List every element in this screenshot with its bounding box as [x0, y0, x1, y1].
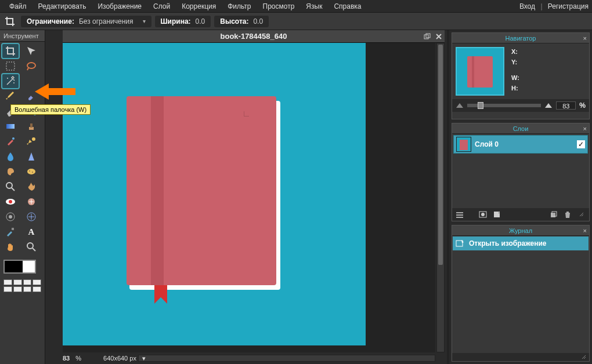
navigator-panel: Навигатор × X: Y: W: H: 83	[452, 32, 590, 119]
color-swatch[interactable]	[3, 260, 36, 274]
nav-w-label: W:	[511, 73, 519, 83]
tool-panel-title: Инструмент	[0, 30, 45, 42]
menu-help[interactable]: Справка	[328, 2, 367, 10]
crop-tool-icon	[2, 14, 17, 29]
blur-icon[interactable]	[2, 150, 19, 163]
window-restore-icon[interactable]	[424, 33, 431, 40]
move-icon[interactable]	[23, 44, 39, 58]
wand-tooltip: Волшебная палочка (W)	[10, 104, 91, 115]
svg-rect-20	[12, 228, 14, 230]
marquee-icon[interactable]	[2, 59, 19, 73]
delete-layer-icon[interactable]	[562, 209, 573, 220]
layer-style-icon[interactable]	[492, 209, 502, 220]
svg-point-22	[27, 243, 33, 249]
vertical-scrollbar[interactable]	[436, 43, 445, 352]
layer-mask-icon[interactable]	[478, 209, 488, 220]
smudge-icon[interactable]	[2, 165, 19, 179]
svg-rect-31	[551, 213, 555, 217]
spot-icon[interactable]	[23, 195, 39, 209]
menu-file[interactable]: Файл	[3, 2, 33, 10]
swatch-grid[interactable]	[3, 279, 41, 292]
gradient-icon[interactable]	[2, 119, 19, 133]
layer-name: Слой 0	[475, 140, 573, 148]
svg-point-10	[27, 169, 35, 174]
layers-title: Слои	[513, 125, 529, 132]
zoom-percent: 83	[63, 355, 70, 362]
new-layer-icon[interactable]	[548, 209, 559, 220]
window-close-icon[interactable]	[435, 33, 442, 40]
zoom-out-icon[interactable]	[456, 103, 464, 108]
svg-rect-27	[456, 217, 463, 218]
burn-icon[interactable]	[23, 180, 39, 194]
menu-view[interactable]: Просмотр	[257, 2, 301, 10]
nav-x-label: X:	[511, 47, 519, 57]
redeye-icon[interactable]	[2, 195, 19, 209]
dodge-icon[interactable]	[2, 180, 19, 194]
history-row[interactable]: Открыть изображение	[453, 236, 589, 250]
nav-y-label: Y:	[511, 57, 519, 68]
canvas-area: book-1784458_640 83 % 640x640 px	[45, 30, 447, 364]
history-close-icon[interactable]: ×	[583, 227, 587, 234]
lasso-icon[interactable]	[23, 59, 39, 73]
tool-grid: A	[0, 42, 45, 256]
constraint-value: Без ограничения	[79, 17, 133, 26]
height-field[interactable]: Высота: 0.0	[214, 16, 269, 27]
canvas[interactable]	[63, 43, 435, 352]
auth-separator: |	[537, 2, 546, 10]
layers-resize-icon[interactable]	[576, 209, 587, 220]
navigator-zoom-value[interactable]: 83	[556, 101, 576, 110]
login-link[interactable]: Вход	[519, 2, 535, 10]
constraint-dropdown[interactable]: Ограничение: Без ограничения	[21, 16, 151, 27]
layers-close-icon[interactable]: ×	[583, 125, 587, 132]
pinch-icon[interactable]	[23, 210, 39, 224]
bloat-icon[interactable]	[2, 210, 19, 224]
navigator-info: X: Y: W: H:	[511, 47, 519, 96]
width-field[interactable]: Ширина: 0.0	[155, 16, 211, 27]
pencil-icon[interactable]	[2, 89, 19, 103]
height-label: Высота:	[220, 17, 248, 26]
horizontal-scrollbar[interactable]	[138, 355, 435, 362]
wand-icon[interactable]	[2, 74, 19, 88]
layers-panel: Слои × Слой 0 ✓	[452, 123, 590, 221]
menu-lang[interactable]: Язык	[300, 2, 328, 10]
status-bar: 83 % 640x640 px ▾	[63, 354, 146, 363]
menu-edit[interactable]: Редактировать	[33, 2, 92, 10]
hand-icon[interactable]	[2, 240, 19, 254]
sponge-icon[interactable]	[23, 165, 39, 179]
navigator-thumbnail[interactable]	[456, 47, 504, 96]
layer-thumbnail	[456, 137, 471, 152]
history-resize-icon[interactable]	[581, 354, 587, 360]
crop-icon[interactable]	[2, 44, 19, 58]
sharpen-icon[interactable]	[23, 150, 39, 163]
width-value: 0.0	[196, 17, 205, 26]
picker-icon[interactable]	[2, 225, 19, 239]
svg-point-11	[29, 170, 30, 172]
zoom-in-icon[interactable]	[544, 103, 553, 108]
navigator-close-icon[interactable]: ×	[583, 35, 587, 42]
zoom-slider-track[interactable]	[467, 104, 541, 107]
svg-point-29	[481, 213, 485, 216]
height-value: 0.0	[253, 17, 263, 26]
type-icon[interactable]: A	[23, 225, 39, 239]
svg-point-18	[9, 215, 12, 219]
menu-layer[interactable]: Слой	[147, 2, 176, 10]
layer-row[interactable]: Слой 0 ✓	[453, 135, 588, 154]
percent-symbol: %	[75, 355, 81, 362]
menu-filter[interactable]: Фильтр	[222, 2, 257, 10]
top-menu: Файл Редактировать Изображение Слой Корр…	[0, 0, 592, 13]
layers-footer	[452, 208, 589, 221]
history-title: Журнал	[509, 227, 532, 234]
status-dropdown-icon[interactable]: ▾	[142, 355, 146, 362]
history-item-label: Открыть изображение	[469, 239, 547, 247]
svg-point-8	[12, 137, 15, 140]
register-link[interactable]: Регистрация	[548, 2, 589, 10]
clone-icon[interactable]	[23, 119, 39, 133]
zoom-icon[interactable]	[23, 240, 39, 254]
layer-settings-icon[interactable]	[454, 209, 465, 220]
menu-image[interactable]: Изображение	[92, 2, 147, 10]
document-titlebar[interactable]: book-1784458_640	[63, 30, 445, 43]
draw-icon[interactable]	[23, 134, 39, 148]
replace-color-icon[interactable]	[2, 134, 19, 148]
menu-adjust[interactable]: Коррекция	[176, 2, 222, 10]
layer-visibility-checkbox[interactable]: ✓	[577, 140, 585, 148]
